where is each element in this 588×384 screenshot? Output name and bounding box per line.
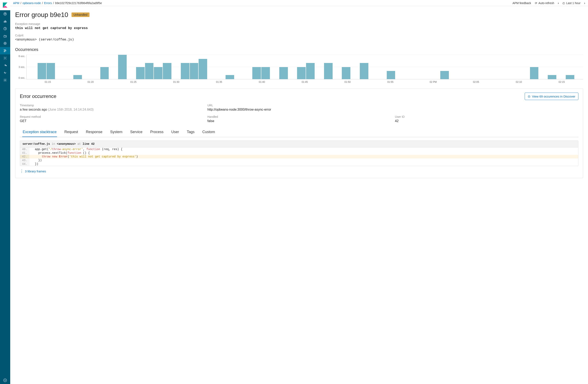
tab-exception-stacktrace[interactable]: Exception stacktrace	[22, 128, 57, 137]
svg-point-7	[5, 35, 6, 36]
time-range-picker[interactable]: ◴ Last 1 hour	[563, 1, 580, 5]
handled-label: Handled	[207, 115, 391, 118]
discover-icon: ◎	[528, 94, 530, 98]
svg-marker-1	[5, 13, 6, 14]
chart-bar[interactable]	[145, 63, 154, 79]
timestamp-value: a few seconds ago (June 15th 2018, 14:14…	[20, 108, 203, 112]
time-next-button[interactable]: ›	[584, 1, 585, 5]
chart-bar[interactable]	[566, 75, 574, 79]
nav-ml-icon[interactable]	[0, 54, 10, 62]
code-line: 44. })	[20, 162, 578, 166]
chart-bar[interactable]	[279, 67, 288, 79]
kibana-logo[interactable]	[0, 0, 10, 10]
breadcrumb-errors[interactable]: Errors	[44, 1, 52, 5]
request-method-label: Request method	[20, 115, 203, 118]
chart-bar[interactable]	[118, 55, 127, 79]
tab-request[interactable]: Request	[64, 128, 79, 137]
chart-bar[interactable]	[163, 63, 171, 79]
user-id-label: User ID	[395, 115, 578, 118]
chart-bar[interactable]	[181, 63, 189, 79]
view-in-discover-button[interactable]: ◎ View 69 occurences in Discover	[525, 93, 578, 100]
nav-timelion-icon[interactable]	[0, 32, 10, 40]
top-bar: APM / opbeans-node / Errors / b9e1027f29…	[10, 0, 588, 6]
nav-management-icon[interactable]	[0, 76, 10, 84]
tab-tags[interactable]: Tags	[186, 128, 195, 137]
chart-bar[interactable]	[440, 71, 449, 79]
chart-bar[interactable]	[306, 63, 315, 79]
nav-monitoring-icon[interactable]	[0, 69, 10, 76]
breadcrumb-apm[interactable]: APM	[13, 1, 19, 5]
chart-bar[interactable]	[297, 67, 306, 79]
svg-rect-12	[4, 51, 5, 52]
svg-point-18	[5, 80, 6, 81]
chart-bar[interactable]	[387, 71, 395, 79]
exception-message: this will not get captured by express	[15, 26, 583, 30]
tab-process[interactable]: Process	[150, 128, 164, 137]
tab-system[interactable]: System	[110, 128, 123, 137]
chart-bar[interactable]	[226, 75, 234, 79]
library-frames-toggle[interactable]: ⋮ 3 library frames	[20, 169, 578, 173]
nav-discover-icon[interactable]	[0, 10, 10, 18]
chart-bar[interactable]	[73, 75, 82, 79]
nav-visualize-icon[interactable]	[0, 18, 10, 25]
chart-bar[interactable]	[342, 67, 350, 79]
chart-bar[interactable]	[136, 67, 145, 79]
chart-bar[interactable]	[252, 67, 261, 79]
chart-bar[interactable]	[190, 63, 198, 79]
culprit-label: Culprit	[15, 34, 583, 37]
clock-icon: ◴	[563, 1, 565, 5]
user-id-value: 42	[395, 119, 578, 123]
chart-bar[interactable]	[38, 63, 46, 79]
refresh-icon: ⟳	[535, 1, 537, 5]
timestamp-label: Timestamp	[20, 104, 203, 107]
svg-point-6	[4, 35, 5, 36]
auto-refresh-button[interactable]: ⟳ Auto-refresh	[535, 1, 554, 5]
tab-custom[interactable]: Custom	[202, 128, 215, 137]
nav-canvas-icon[interactable]	[0, 40, 10, 47]
chart-bar[interactable]	[47, 63, 55, 79]
apm-feedback-link[interactable]: APM feedback	[512, 1, 531, 5]
culprit-value: <anonymous> (server/coffee.js)	[15, 38, 583, 42]
breadcrumb-current: b9e1027f29c221763f864f6fa2ad9f5e	[55, 1, 102, 5]
nav-dashboard-icon[interactable]	[0, 25, 10, 32]
occurrences-chart: 6 occ.3 occ.0 occ.	[15, 55, 583, 79]
breadcrumb: APM / opbeans-node / Errors / b9e1027f29…	[13, 1, 102, 5]
occurrences-title: Occurrences	[15, 47, 583, 52]
exception-message-label: Exception message	[15, 22, 583, 25]
chart-bar[interactable]	[324, 63, 333, 79]
nav-devtools-icon[interactable]	[0, 62, 10, 69]
chart-bar[interactable]	[100, 67, 109, 79]
chart-bar[interactable]	[154, 67, 162, 79]
time-prev-button[interactable]: ‹	[558, 1, 559, 5]
chart-bar[interactable]	[261, 67, 270, 79]
error-occurrence-panel: Error occurrence ◎ View 69 occurences in…	[15, 88, 583, 178]
svg-rect-2	[4, 21, 4, 23]
chart-bar[interactable]	[530, 67, 539, 79]
code-line: 41. process.nextTick(function () {	[20, 151, 578, 155]
nav-collapse-icon[interactable]	[0, 377, 10, 384]
nav-apm-icon[interactable]	[0, 47, 10, 54]
svg-rect-3	[5, 21, 5, 23]
side-nav	[0, 0, 10, 384]
tab-service[interactable]: Service	[130, 128, 143, 137]
stacktrace-header: server/coffee.js in <anonymous> at line …	[20, 141, 578, 147]
unhandled-badge: Unhandled	[71, 12, 89, 17]
stacktrace-code-panel: server/coffee.js in <anonymous> at line …	[20, 140, 578, 166]
chart-bar[interactable]	[548, 75, 556, 79]
breadcrumb-service[interactable]: opbeans-node	[22, 1, 41, 5]
svg-marker-20	[5, 380, 6, 381]
chart-bar[interactable]	[199, 59, 207, 79]
code-line: 40. app.get('/throw-async-error', functi…	[20, 147, 578, 151]
svg-rect-4	[6, 21, 6, 23]
url-value: http://opbeans-node:3000/throw-async-err…	[207, 108, 391, 112]
chart-bar[interactable]	[360, 63, 368, 79]
tab-user[interactable]: User	[171, 128, 179, 137]
url-label: URL	[207, 104, 391, 107]
handled-value: false	[207, 119, 391, 123]
error-occurrence-title: Error occurrence	[20, 93, 56, 99]
request-method-value: GET	[20, 119, 203, 123]
ellipsis-icon: ⋮	[20, 169, 23, 173]
tab-response[interactable]: Response	[85, 128, 103, 137]
code-line: 42. throw new Error('this will not get c…	[20, 155, 578, 158]
svg-point-9	[5, 43, 6, 44]
